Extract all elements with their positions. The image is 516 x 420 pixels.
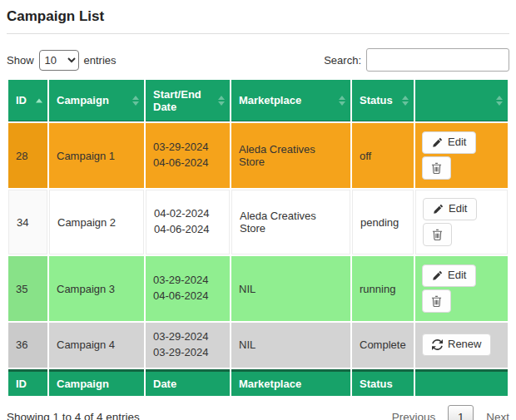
table-body: 28 Campaign 1 03-29-2024 04-06-2024 Aled… (8, 123, 508, 368)
delete-button[interactable] (422, 156, 451, 180)
table-controls: Show 10 entries Search: (7, 48, 509, 72)
divider (7, 33, 509, 34)
header-cell-start-end-date[interactable]: Start/End Date (146, 80, 230, 121)
edit-button[interactable]: Edit (422, 264, 476, 287)
pencil-icon (432, 137, 443, 148)
footer-cell-actions (415, 369, 508, 396)
entries-label: entries (84, 54, 117, 67)
sort-both-icon (402, 96, 409, 106)
end-date: 04-06-2024 (153, 156, 222, 171)
pencil-icon (433, 204, 444, 215)
footer-cell-status: Status (352, 369, 414, 396)
cell-dates: 03-29-2024 03-29-2024 (146, 323, 230, 368)
start-date: 03-29-2024 (153, 140, 222, 156)
footer-cell-campaign: Campaign (49, 369, 144, 396)
table-info-bar: Showing 1 to 4 of 4 entries Previous 1 N… (7, 405, 509, 420)
campaign-table: ID Campaign Start/End Date Marketplace S… (7, 78, 509, 398)
renew-button[interactable]: Renew (422, 334, 491, 356)
sort-both-icon (496, 96, 503, 106)
page-title: Campaign List (7, 8, 509, 25)
table-row: 28 Campaign 1 03-29-2024 04-06-2024 Aled… (8, 123, 508, 188)
cell-status: Complete (352, 323, 414, 368)
table-row: 34 Campaign 2 04-02-2024 04-06-2024 Aled… (8, 190, 508, 254)
pencil-icon (432, 270, 443, 281)
header-cell-marketplace[interactable]: Marketplace (231, 80, 350, 121)
show-entries-control: Show 10 entries (7, 50, 117, 71)
cell-marketplace: NIL (231, 323, 350, 368)
cell-dates: 03-29-2024 04-06-2024 (146, 256, 230, 321)
end-date: 04-06-2024 (153, 289, 222, 304)
trash-icon (431, 295, 442, 307)
header-cell-id[interactable]: ID (8, 80, 47, 121)
header-cell-actions[interactable] (415, 80, 508, 121)
cell-status: off (352, 123, 414, 188)
header-cell-status[interactable]: Status (352, 80, 414, 121)
delete-button[interactable] (423, 223, 452, 246)
table-footer-header: ID Campaign Date Marketplace Status (8, 369, 508, 396)
footer-header-row: ID Campaign Date Marketplace Status (8, 369, 508, 396)
cell-dates: 03-29-2024 04-06-2024 (146, 123, 230, 188)
refresh-icon (432, 339, 443, 350)
header-cell-campaign[interactable]: Campaign (49, 80, 144, 121)
cell-actions: Renew (415, 323, 508, 368)
show-label: Show (7, 54, 34, 67)
start-date: 04-02-2024 (154, 206, 221, 222)
cell-status: pending (352, 190, 414, 254)
cell-id: 35 (8, 256, 47, 321)
header-row: ID Campaign Start/End Date Marketplace S… (8, 80, 508, 121)
cell-id: 36 (8, 323, 47, 368)
delete-button[interactable] (422, 289, 451, 313)
footer-cell-date: Date (146, 369, 230, 396)
pagination: Previous 1 Next (392, 405, 509, 420)
sort-both-icon (132, 96, 139, 106)
start-date: 03-29-2024 (153, 273, 222, 289)
pagination-previous[interactable]: Previous (392, 411, 436, 420)
cell-campaign: Campaign 4 (49, 323, 144, 368)
cell-id: 34 (8, 190, 47, 254)
table-header: ID Campaign Start/End Date Marketplace S… (8, 80, 508, 121)
cell-status: running (352, 256, 414, 321)
pagination-page-1[interactable]: 1 (448, 405, 474, 420)
start-date: 03-29-2024 (153, 329, 222, 345)
cell-marketplace: Aleda Creatives Store (231, 190, 350, 254)
results-summary: Showing 1 to 4 of 4 entries (7, 411, 140, 420)
cell-campaign: Campaign 1 (49, 123, 144, 188)
table-row: 36 Campaign 4 03-29-2024 03-29-2024 NIL … (8, 323, 508, 368)
cell-campaign: Campaign 3 (49, 256, 144, 321)
entries-select[interactable]: 10 (39, 50, 79, 71)
end-date: 04-06-2024 (154, 222, 221, 238)
footer-cell-id: ID (8, 369, 47, 396)
pagination-next[interactable]: Next (486, 411, 509, 420)
end-date: 03-29-2024 (153, 345, 222, 361)
search-input[interactable] (366, 48, 509, 72)
sort-both-icon (218, 96, 225, 106)
trash-icon (431, 162, 442, 174)
edit-button[interactable]: Edit (423, 198, 477, 220)
cell-id: 28 (8, 123, 47, 188)
cell-actions: Edit (415, 123, 508, 188)
sort-asc-icon (36, 98, 42, 102)
table-row: 35 Campaign 3 03-29-2024 04-06-2024 NIL … (8, 256, 508, 321)
trash-icon (432, 229, 443, 240)
cell-marketplace: Aleda Creatives Store (231, 123, 350, 188)
cell-dates: 04-02-2024 04-06-2024 (146, 190, 230, 254)
cell-campaign: Campaign 2 (49, 190, 144, 254)
cell-marketplace: NIL (231, 256, 350, 321)
footer-cell-marketplace: Marketplace (231, 369, 350, 396)
cell-actions: Edit (415, 190, 508, 254)
search-label: Search: (324, 54, 361, 67)
cell-actions: Edit (415, 256, 508, 321)
sort-both-icon (339, 96, 345, 106)
edit-button[interactable]: Edit (422, 131, 476, 154)
search-control: Search: (324, 48, 509, 72)
